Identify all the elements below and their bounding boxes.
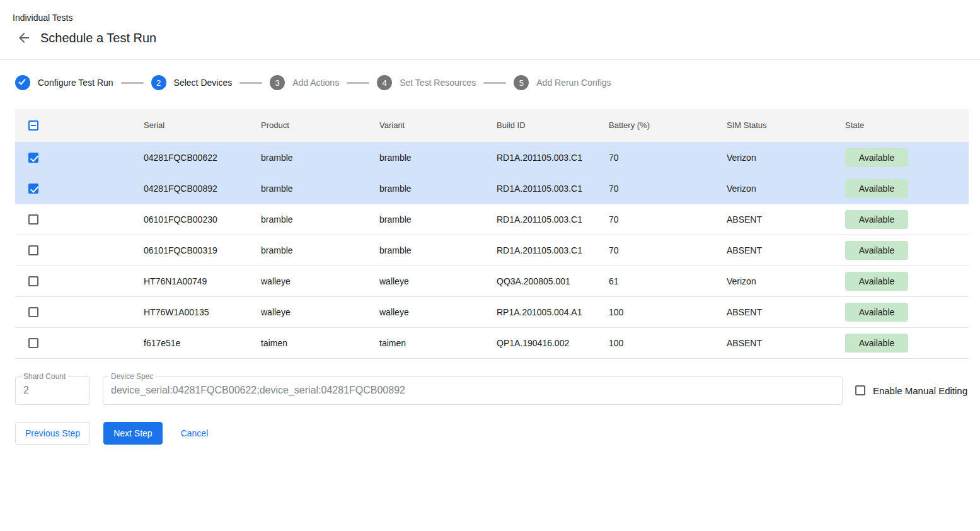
variant-cell: bramble xyxy=(379,204,497,235)
state-badge: Available xyxy=(845,148,908,167)
product-cell: bramble xyxy=(261,142,379,173)
next-step-button[interactable]: Next Step xyxy=(103,422,162,445)
row-checkbox[interactable] xyxy=(28,184,38,194)
sim-status-cell: ABSENT xyxy=(727,296,845,327)
device-table: Serial Product Variant Build ID Battery … xyxy=(15,109,969,359)
column-header-state: State xyxy=(845,109,969,142)
stepper: Configure Test Run 2 Select Devices 3 Ad… xyxy=(0,60,980,109)
build-id-cell: QQ3A.200805.001 xyxy=(497,266,609,296)
build-id-cell: RD1A.201105.003.C1 xyxy=(497,235,609,266)
step-number-circle: 2 xyxy=(151,75,166,90)
device-row[interactable]: 06101FQCB00319 bramble bramble RD1A.2011… xyxy=(15,235,969,266)
column-header-sim-status: SIM Status xyxy=(727,109,845,142)
serial-cell: 04281FQCB00622 xyxy=(144,142,261,173)
table-header-row: Serial Product Variant Build ID Battery … xyxy=(15,109,969,142)
sim-status-cell: ABSENT xyxy=(727,235,845,266)
form-row: Shard Count Device Spec Enable Manual Ed… xyxy=(15,376,969,405)
back-arrow-icon xyxy=(16,30,32,45)
cancel-button[interactable]: Cancel xyxy=(176,422,214,445)
column-header-variant: Variant xyxy=(379,109,497,142)
serial-cell: 06101FQCB00230 xyxy=(144,204,261,235)
select-all-checkbox[interactable] xyxy=(28,120,38,131)
variant-cell: bramble xyxy=(379,173,497,204)
variant-cell: walleye xyxy=(379,296,497,327)
product-cell: bramble xyxy=(261,204,379,235)
sim-status-cell: Verizon xyxy=(727,173,845,204)
manual-editing-checkbox[interactable] xyxy=(855,385,865,395)
check-icon xyxy=(18,77,26,85)
row-checkbox[interactable] xyxy=(28,276,38,286)
step-complete-circle xyxy=(15,75,30,90)
row-checkbox[interactable] xyxy=(28,307,38,317)
page-title: Schedule a Test Run xyxy=(40,31,156,45)
variant-cell: taimen xyxy=(379,327,497,358)
state-badge: Available xyxy=(845,272,908,291)
step-number-circle: 4 xyxy=(377,75,392,90)
step-set-test-resources[interactable]: 4 Set Test Resources xyxy=(377,75,476,90)
step-label: Set Test Resources xyxy=(400,78,476,88)
column-header-battery: Battery (%) xyxy=(609,109,727,142)
build-id-cell: RD1A.201105.003.C1 xyxy=(497,142,609,173)
column-header-product: Product xyxy=(261,109,379,142)
step-label: Configure Test Run xyxy=(38,78,113,88)
sim-status-cell: ABSENT xyxy=(727,327,845,358)
step-add-actions[interactable]: 3 Add Actions xyxy=(270,75,339,90)
back-button[interactable] xyxy=(16,30,32,45)
serial-cell: 06101FQCB00319 xyxy=(144,235,261,266)
product-cell: taimen xyxy=(261,327,379,358)
device-row[interactable]: f617e51e taimen taimen QP1A.190416.002 1… xyxy=(15,327,969,358)
page-header: Individual Tests Schedule a Test Run xyxy=(0,0,980,45)
battery-cell: 100 xyxy=(609,296,727,327)
device-row[interactable]: 04281FQCB00622 bramble bramble RD1A.2011… xyxy=(15,142,969,173)
device-spec-label: Device Spec xyxy=(108,372,156,381)
variant-cell: walleye xyxy=(379,266,497,296)
product-cell: bramble xyxy=(261,235,379,266)
battery-cell: 61 xyxy=(609,266,727,296)
row-checkbox[interactable] xyxy=(28,153,38,163)
build-id-cell: RD1A.201105.003.C1 xyxy=(497,173,609,204)
enable-manual-editing[interactable]: Enable Manual Editing xyxy=(855,385,969,396)
step-add-rerun-configs[interactable]: 5 Add Rerun Configs xyxy=(514,75,611,90)
step-label: Add Rerun Configs xyxy=(536,78,611,88)
device-spec-input[interactable] xyxy=(103,377,842,404)
shard-count-input[interactable] xyxy=(16,377,89,404)
product-cell: walleye xyxy=(261,266,379,296)
build-id-cell: QP1A.190416.002 xyxy=(497,327,609,358)
state-badge: Available xyxy=(845,179,908,198)
serial-cell: HT76N1A00749 xyxy=(144,266,261,296)
device-row[interactable]: 06101FQCB00230 bramble bramble RD1A.2011… xyxy=(15,204,969,235)
column-header-serial: Serial xyxy=(144,109,261,142)
sim-status-cell: Verizon xyxy=(727,266,845,296)
battery-cell: 70 xyxy=(609,142,727,173)
product-cell: bramble xyxy=(261,173,379,204)
sim-status-cell: Verizon xyxy=(727,142,845,173)
step-connector xyxy=(239,82,262,84)
step-configure-test-run[interactable]: Configure Test Run xyxy=(15,75,113,90)
variant-cell: bramble xyxy=(379,235,497,266)
device-row[interactable]: 04281FQCB00892 bramble bramble RD1A.2011… xyxy=(15,173,969,204)
variant-cell: bramble xyxy=(379,142,497,173)
battery-cell: 70 xyxy=(609,173,727,204)
state-badge: Available xyxy=(845,241,908,260)
step-select-devices[interactable]: 2 Select Devices xyxy=(151,75,233,90)
state-badge: Available xyxy=(845,303,908,322)
step-connector xyxy=(121,82,144,84)
row-checkbox[interactable] xyxy=(28,245,38,255)
sim-status-cell: ABSENT xyxy=(727,204,845,235)
manual-editing-label: Enable Manual Editing xyxy=(873,385,967,396)
shard-count-field: Shard Count xyxy=(15,376,90,405)
device-row[interactable]: HT76N1A00749 walleye walleye QQ3A.200805… xyxy=(15,266,969,296)
device-row[interactable]: HT76W1A00135 walleye walleye RP1A.201005… xyxy=(15,296,969,327)
serial-cell: 04281FQCB00892 xyxy=(144,173,261,204)
row-checkbox[interactable] xyxy=(28,338,38,348)
battery-cell: 70 xyxy=(609,235,727,266)
previous-step-button[interactable]: Previous Step xyxy=(15,422,90,445)
device-spec-field: Device Spec xyxy=(103,376,843,405)
state-badge: Available xyxy=(845,210,908,229)
shard-count-label: Shard Count xyxy=(21,372,68,381)
action-buttons: Previous Step Next Step Cancel xyxy=(15,422,965,445)
battery-cell: 70 xyxy=(609,204,727,235)
step-connector xyxy=(347,82,369,84)
row-checkbox[interactable] xyxy=(28,214,38,225)
state-badge: Available xyxy=(845,334,908,353)
